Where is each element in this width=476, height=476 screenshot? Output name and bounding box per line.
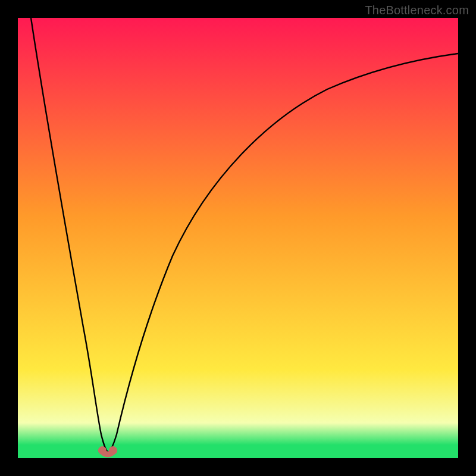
curve-layer [18,18,458,458]
chart-frame: TheBottleneck.com [0,0,476,476]
bottleneck-curve [31,18,458,452]
plot-area [18,18,458,458]
attribution-text: TheBottleneck.com [365,4,469,17]
